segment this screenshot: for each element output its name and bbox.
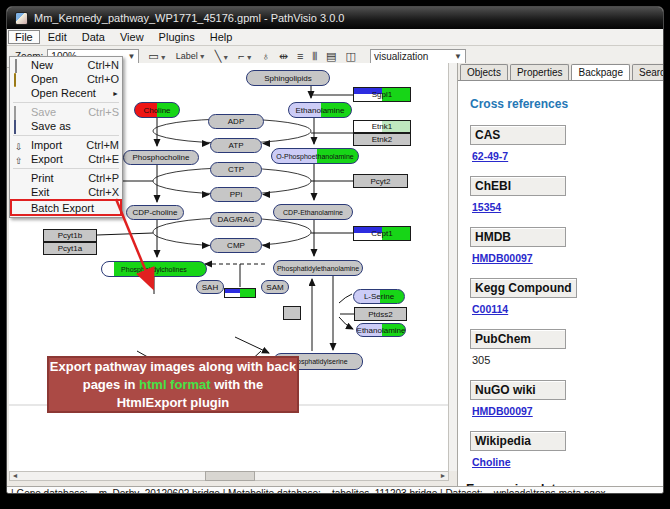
open-folder-icon	[14, 73, 16, 87]
pathway-node-unlabeled[interactable]	[283, 306, 301, 320]
pathway-node-sah[interactable]: SAH	[196, 280, 224, 294]
distribute-horizontal-icon[interactable]: ≡	[297, 51, 303, 62]
pathway-node-ctp[interactable]: CTP	[210, 162, 262, 177]
pathway-node-etnk1[interactable]: Etnk1	[353, 120, 411, 133]
pathway-node-sgpl1[interactable]: Sgpl1	[353, 87, 411, 102]
stack-icon[interactable]: ◫	[346, 51, 356, 62]
node-label: Phosphocholine	[133, 153, 190, 162]
pathway-node-pcyt2[interactable]: Pcyt2	[353, 174, 408, 188]
datanode-tool-icon[interactable]: ▭▼	[148, 51, 166, 63]
scroll-right-icon[interactable]: ►	[438, 472, 448, 480]
menu-item-exit[interactable]: ExitCtrl+X	[10, 185, 122, 199]
pathway-node-pcyt1b[interactable]: Pcyt1b	[43, 229, 97, 242]
pathway-node-sam[interactable]: SAM	[261, 280, 289, 294]
pathway-node-dag-rag[interactable]: DAG/RAG	[210, 212, 262, 227]
menubar-item-data[interactable]: Data	[75, 30, 112, 44]
label-tool-icon[interactable]: Label▼	[176, 51, 206, 62]
node-label: Pcyt2	[370, 177, 390, 186]
pathway-node-o-phosphoethanolamine[interactable]: O-Phosphoethanolamine	[271, 148, 359, 164]
pathway-node-unlabeled[interactable]	[224, 288, 256, 298]
menu-shortcut: Ctrl+E	[88, 153, 119, 165]
xref-link[interactable]: 62-49-7	[472, 150, 508, 162]
app-window: Mm_Kennedy_pathway_WP1771_45176.gpml - P…	[6, 6, 664, 494]
distribute-vertical-icon[interactable]: ⫴	[312, 51, 317, 62]
pathway-node-choline[interactable]: Choline	[134, 102, 180, 118]
scroll-left-icon[interactable]: ◄	[10, 472, 20, 480]
node-label: Etnk2	[372, 135, 392, 144]
pathway-node-atp[interactable]: ATP	[210, 138, 262, 153]
pathway-node-ethanolamine[interactable]: Ethanolamine	[288, 102, 352, 118]
xref-link[interactable]: C00114	[472, 303, 508, 315]
pathway-node-cdp-ethanolamine[interactable]: CDP-Ethanolamine	[273, 204, 353, 220]
xref-link[interactable]: Choline	[472, 456, 511, 468]
node-label: Etnk1	[372, 122, 392, 131]
pathway-node-cdp-choline[interactable]: CDP-choline	[126, 205, 184, 220]
xref-section-value: 15354	[472, 201, 663, 213]
xref-section-title: ChEBI	[470, 176, 566, 196]
menu-separator	[13, 102, 119, 103]
pathway-node-adp[interactable]: ADP	[208, 114, 264, 129]
menu-separator	[13, 135, 119, 136]
horizontal-scrollbar[interactable]: ◄ ►	[9, 471, 449, 481]
tab-properties[interactable]: Properties	[510, 64, 570, 80]
menu-item-new[interactable]: NewCtrl+N	[10, 58, 122, 72]
menu-shortcut: Ctrl+S	[88, 106, 119, 118]
menu-item-print[interactable]: PrintCtrl+P	[10, 171, 122, 185]
pathway-node-pcyt1a[interactable]: Pcyt1a	[43, 242, 97, 255]
toolbar-buttons: ▭▼Label▼╲▼⌐▼♁⇹≡⫴▤◫	[139, 51, 356, 63]
pathway-node-cept1[interactable]: Cept1	[353, 226, 411, 241]
menu-item-export[interactable]: ⇧ExportCtrl+E	[10, 152, 122, 166]
menu-bar: FileEditDataViewPluginsHelp	[7, 29, 663, 46]
callout-highlight: html format	[139, 377, 211, 392]
import-icon: ⇩	[13, 140, 27, 151]
xref-section-kegg-compound: Kegg CompoundC00114	[470, 278, 663, 315]
connector-tool-icon[interactable]: ⌐▼	[238, 51, 252, 63]
align-center-icon[interactable]: ♁	[262, 51, 270, 62]
pathway-node-sphingolipids[interactable]: Sphingolipids	[246, 70, 330, 86]
menu-item-open-recent[interactable]: Open Recent►	[10, 86, 122, 100]
new-document-icon	[15, 59, 17, 73]
backpage-panel: Cross references CAS62-49-7ChEBI15354HMD…	[458, 80, 663, 487]
chevron-down-icon: ▼	[127, 52, 135, 61]
menu-item-save[interactable]: SaveCtrl+S	[10, 105, 122, 119]
menubar-item-file[interactable]: File	[8, 30, 40, 44]
side-panel: ObjectsPropertiesBackpageSearchLegend Cr…	[457, 63, 664, 486]
menu-item-batch-export[interactable]: Batch Export	[10, 199, 122, 216]
tab-backpage[interactable]: Backpage	[571, 64, 629, 81]
pathway-node-phosphocholine[interactable]: Phosphocholine	[123, 150, 199, 165]
common-bounds-icon[interactable]: ▤	[326, 51, 336, 62]
menubar-item-help[interactable]: Help	[203, 30, 240, 44]
menubar-item-edit[interactable]: Edit	[41, 30, 74, 44]
xref-link[interactable]: 15354	[472, 201, 501, 213]
scrollbar-thumb[interactable]	[205, 471, 255, 481]
line-tool-icon[interactable]: ╲▼	[215, 51, 230, 63]
pathway-node-phosphatidylcholines[interactable]: Phosphatidylcholines	[101, 261, 207, 277]
pathway-node-l-serine[interactable]: L-Serine	[353, 289, 405, 304]
tab-objects[interactable]: Objects	[460, 64, 508, 80]
menu-item-label: Save	[31, 106, 84, 118]
open-folder-icon	[13, 74, 27, 85]
pathway-node-ppi[interactable]: PPi	[210, 187, 262, 202]
menubar-item-plugins[interactable]: Plugins	[152, 30, 202, 44]
cross-references-sections: CAS62-49-7ChEBI15354HMDBHMDB00097Kegg Co…	[458, 125, 663, 468]
callout-line2: pages in html format with the	[49, 376, 297, 394]
menu-item-import[interactable]: ⇩ImportCtrl+M	[10, 138, 122, 152]
menu-item-open[interactable]: OpenCtrl+O	[10, 72, 122, 86]
menubar-item-view[interactable]: View	[113, 30, 151, 44]
xref-link[interactable]: HMDB00097	[472, 252, 533, 264]
tab-search[interactable]: Search	[632, 64, 664, 80]
new-document-icon	[13, 60, 27, 71]
pathway-node-cmp[interactable]: CMP	[210, 238, 262, 253]
align-middle-icon[interactable]: ⇹	[279, 51, 288, 62]
node-label: CMP	[227, 241, 245, 250]
pathway-node-ethanolamine[interactable]: Ethanolamine	[356, 323, 406, 337]
chevron-down-icon: ▼	[222, 54, 229, 61]
pathway-node-etnk2[interactable]: Etnk2	[353, 133, 411, 146]
menu-item-label: Exit	[31, 186, 84, 198]
cross-references-heading: Cross references	[470, 97, 663, 111]
pathway-node-phosphatidylethanolamine[interactable]: Phosphatidylethanolamine	[273, 260, 363, 276]
xref-link[interactable]: HMDB00097	[472, 405, 533, 417]
menu-item-save-as[interactable]: Save as	[10, 119, 122, 133]
pathway-node-ptdss2[interactable]: Ptdss2	[354, 307, 407, 321]
no	[13, 202, 27, 213]
